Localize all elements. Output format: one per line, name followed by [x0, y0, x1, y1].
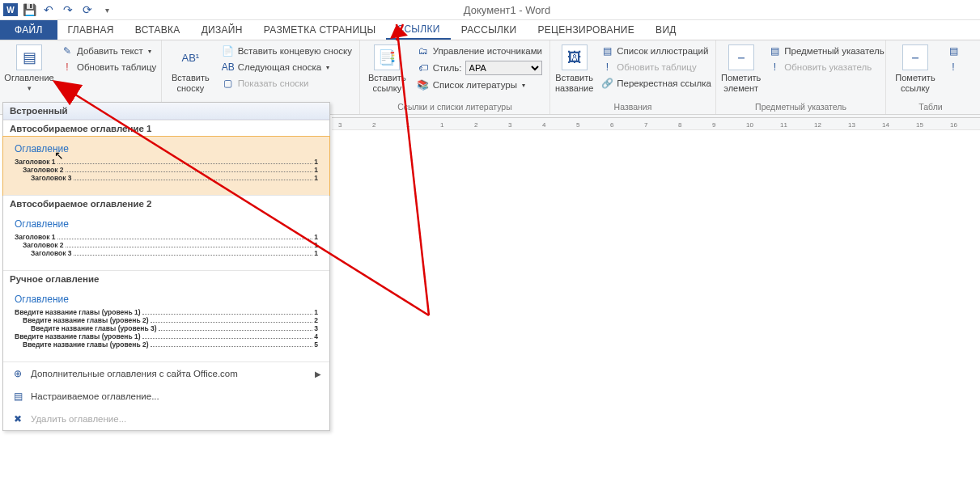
update-figures-button[interactable]: !Обновить таблицу	[598, 60, 714, 74]
insert-table-figures-button[interactable]: ▤Список иллюстраций	[598, 44, 714, 58]
add-text-icon: ✎	[61, 44, 74, 57]
auth-icon: ▤	[947, 44, 960, 57]
citation-style-select[interactable]: 🏷Стиль: APA	[414, 60, 545, 76]
group-index: － Пометить элемент ▤Предметный указатель…	[716, 40, 886, 114]
chevron-right-icon: ▶	[315, 370, 321, 378]
tab-рассылки[interactable]: РАССЫЛКИ	[451, 20, 528, 40]
word-icon: W	[3, 3, 18, 16]
insert-endnote-button[interactable]: 📄Вставить концевую сноску	[219, 44, 354, 58]
biblio-icon: 📚	[417, 78, 430, 91]
toc-preview-title: Оглавление	[15, 218, 318, 230]
ruler-tick: 11	[780, 121, 787, 129]
update2-icon: !	[600, 61, 613, 74]
qat-more-icon[interactable]: ▾	[99, 2, 115, 18]
insert-footnote-button[interactable]: AB¹ Вставить сноску	[167, 42, 214, 94]
figures-icon: ▤	[600, 44, 613, 57]
ruler-tick: 7	[644, 121, 647, 129]
toc-preview-row: Заголовок 21	[15, 166, 318, 174]
mark-citation-button[interactable]: － Пометить ссылку	[891, 42, 940, 94]
quick-access-toolbar: W 💾 ↶ ↷ ⟳ ▾ Документ1 - Word	[0, 0, 980, 20]
ruler-tick: 16	[950, 121, 957, 129]
ruler-tick: 10	[746, 121, 753, 129]
toc-template-preview[interactable]: ОглавлениеЗаголовок 11Заголовок 21Заголо…	[3, 212, 329, 270]
update-table-button[interactable]: !Обновить таблицу	[58, 60, 159, 74]
mark-entry-button[interactable]: － Пометить элемент	[721, 42, 761, 94]
redo-icon[interactable]: ↷	[60, 2, 76, 18]
show-notes-button[interactable]: ▢Показать сноски	[219, 76, 354, 91]
bibliography-button[interactable]: 📚Список литературы▾	[414, 78, 545, 92]
citation-icon: 📑	[374, 44, 400, 70]
toc-button[interactable]: ▤ Оглавление ▾	[5, 42, 53, 92]
mouse-cursor-icon: ↖	[54, 149, 64, 162]
cross-reference-button[interactable]: 🔗Перекрестная ссылка	[598, 76, 714, 91]
tab-ссылки[interactable]: ССЫЛКИ	[386, 20, 450, 40]
mark-entry-icon: －	[728, 44, 754, 70]
caption-icon: 🖼	[562, 44, 588, 70]
add-text-button[interactable]: ✎Добавить текст▾	[58, 44, 159, 58]
tab-файл[interactable]: ФАЙЛ	[0, 20, 57, 40]
update-icon: !	[61, 61, 74, 74]
ruler-tick: 13	[848, 121, 855, 129]
group-citations: 📑 Вставить ссылку 🗂Управление источникам…	[360, 40, 550, 114]
toc-template-label: Автособираемое оглавление 1	[3, 120, 329, 137]
auth-update-icon: !	[947, 61, 960, 74]
save-icon[interactable]: 💾	[21, 2, 37, 18]
ribbon-tabs: ФАЙЛГЛАВНАЯВСТАВКАДИЗАЙНРАЗМЕТКА СТРАНИЦ…	[0, 20, 980, 40]
toc-preview-row: Введите название главы (уровень 2)2	[15, 316, 318, 324]
group-captions: 🖼 Вставить название ▤Список иллюстраций …	[550, 40, 716, 114]
more-toc-online-button[interactable]: ⊕ Дополнительные оглавления с сайта Offi…	[3, 362, 329, 385]
next-footnote-button[interactable]: ABСледующая сноска▾	[219, 60, 354, 74]
manage-sources-button[interactable]: 🗂Управление источниками	[414, 44, 545, 58]
undo-icon[interactable]: ↶	[40, 2, 57, 18]
insert-caption-button[interactable]: 🖼 Вставить название	[555, 42, 593, 94]
xref-icon: 🔗	[600, 77, 613, 90]
footnote-icon: AB¹	[177, 44, 203, 70]
index-icon: ▤	[768, 44, 781, 57]
authorities-icon-btn[interactable]: ▤	[944, 44, 962, 58]
toc-template-preview[interactable]: ОглавлениеВведите название главы (уровен…	[3, 287, 329, 362]
toc-icon: ▤	[16, 44, 42, 70]
endnote-icon: 📄	[222, 44, 235, 57]
ruler-tick: 3	[338, 121, 342, 129]
ruler-tick: 9	[712, 121, 715, 129]
insert-index-button[interactable]: ▤Предметный указатель	[766, 44, 887, 58]
tab-дизайн[interactable]: ДИЗАЙН	[191, 20, 253, 40]
tab-разметка страницы[interactable]: РАЗМЕТКА СТРАНИЦЫ	[253, 20, 387, 40]
ruler-tick: 5	[576, 121, 579, 129]
tab-вид[interactable]: ВИД	[645, 20, 687, 40]
tab-рецензирование[interactable]: РЕЦЕНЗИРОВАНИЕ	[527, 20, 645, 40]
toc-preview-row: Введите название главы (уровень 1)4	[15, 332, 318, 340]
toc-template-label: Автособираемое оглавление 2	[3, 195, 329, 212]
ruler-tick: 15	[916, 121, 923, 129]
ruler-tick: 2	[474, 121, 477, 129]
group-authorities: － Пометить ссылку ▤ ! Табли	[886, 40, 975, 114]
sources-icon: 🗂	[417, 44, 430, 57]
insert-citation-button[interactable]: 📑 Вставить ссылку	[365, 42, 409, 94]
toc-preview-row: Введите название главы (уровень 3)3	[15, 324, 318, 332]
refresh-icon[interactable]: ⟳	[79, 2, 95, 18]
window-title: Документ1 - Word	[118, 4, 977, 16]
next-footnote-icon: AB	[222, 61, 235, 74]
toc-preview-row: Заголовок 11	[15, 233, 318, 241]
custom-toc-button[interactable]: ▤ Настраиваемое оглавление...	[3, 385, 329, 408]
authorities-update-btn[interactable]: !	[944, 60, 962, 74]
tab-вставка[interactable]: ВСТАВКА	[125, 20, 191, 40]
ruler-tick: 12	[814, 121, 821, 129]
ruler-tick: 6	[610, 121, 613, 129]
toc-preview-title: Оглавление	[15, 294, 318, 305]
toc-preview-row: Заголовок 21	[15, 241, 318, 249]
ruler-tick: 3	[508, 121, 511, 129]
office-icon: ⊕	[11, 367, 24, 380]
chevron-down-icon: ▾	[28, 84, 32, 92]
update3-icon: !	[768, 61, 781, 74]
horizontal-ruler[interactable]: 3211234567891011121314151617	[332, 115, 980, 130]
tab-главная[interactable]: ГЛАВНАЯ	[57, 20, 125, 40]
ruler-tick: 8	[678, 121, 681, 129]
toc-template-preview[interactable]: ОглавлениеЗаголовок 11Заголовок 21Заголо…	[2, 136, 330, 196]
update-index-button[interactable]: !Обновить указатель	[766, 60, 887, 74]
ruler-tick: 4	[542, 121, 545, 129]
custom-toc-icon: ▤	[11, 390, 24, 403]
style-icon: 🏷	[417, 61, 430, 74]
style-dropdown[interactable]: APA	[465, 61, 542, 75]
ruler-tick: 14	[882, 121, 889, 129]
